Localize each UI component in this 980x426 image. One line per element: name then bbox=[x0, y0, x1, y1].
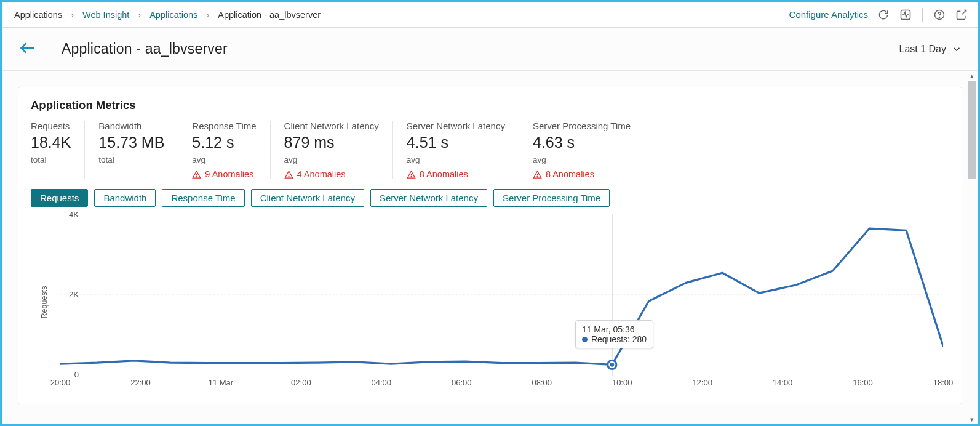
warning-icon bbox=[192, 170, 201, 179]
vertical-scrollbar[interactable]: ▴ ▾ bbox=[967, 71, 977, 424]
x-ticks: 20:0022:0011 Mar02:0004:0006:0008:0010:0… bbox=[60, 378, 943, 390]
metric-server-processing-time: Server Processing Time 4.63 s avg 8 Anom… bbox=[519, 121, 644, 179]
metrics-card: Application Metrics Requests 18.4K total… bbox=[18, 87, 962, 404]
metric-anomaly[interactable]: 8 Anomalies bbox=[533, 169, 631, 179]
svg-point-6 bbox=[537, 176, 538, 177]
x-tick: 22:00 bbox=[130, 378, 151, 387]
crumb-2[interactable]: Applications bbox=[149, 10, 197, 20]
metric-value: 18.4K bbox=[31, 134, 71, 151]
time-range-select[interactable]: Last 1 Day bbox=[899, 44, 962, 55]
warning-icon bbox=[533, 170, 542, 179]
chart-canvas[interactable] bbox=[60, 214, 943, 376]
chart-tabs: RequestsBandwidthResponse TimeClient Net… bbox=[31, 189, 949, 207]
metric-sub: total bbox=[98, 155, 164, 164]
x-tick: 08:00 bbox=[532, 378, 552, 387]
back-button[interactable] bbox=[18, 39, 36, 59]
tab-bandwidth[interactable]: Bandwidth bbox=[94, 189, 156, 207]
metric-label: Server Network Latency bbox=[407, 121, 505, 131]
metrics-row: Requests 18.4K total Bandwidth 15.73 MB … bbox=[31, 121, 949, 179]
breadcrumbs: Applications › Web Insight › Application… bbox=[14, 10, 321, 20]
x-tick: 02:00 bbox=[291, 378, 311, 387]
metric-label: Client Network Latency bbox=[284, 121, 379, 131]
tab-response-time[interactable]: Response Time bbox=[162, 189, 244, 207]
chart: Requests 02K4K 20:0022:0011 Mar02:0004:0… bbox=[31, 214, 949, 390]
scroll-up-icon[interactable]: ▴ bbox=[967, 71, 977, 81]
scroll-track[interactable] bbox=[967, 81, 977, 414]
x-tick: 18:00 bbox=[933, 378, 954, 387]
x-tick: 11 Mar bbox=[209, 378, 233, 387]
warning-icon bbox=[284, 170, 293, 179]
metric-response-time: Response Time 5.12 s avg 9 Anomalies bbox=[178, 121, 270, 179]
svg-point-4 bbox=[288, 176, 289, 177]
chart-tooltip: 11 Mar, 05:36 Requests: 280 bbox=[575, 320, 653, 348]
chevron-down-icon bbox=[951, 44, 962, 55]
x-tick: 14:00 bbox=[773, 378, 793, 387]
scroll-down-icon[interactable]: ▾ bbox=[967, 414, 977, 424]
metric-value: 5.12 s bbox=[192, 134, 256, 151]
tooltip-time: 11 Mar, 05:36 bbox=[582, 324, 647, 334]
metric-sub: total bbox=[31, 155, 71, 164]
card-title: Application Metrics bbox=[31, 98, 949, 112]
divider bbox=[922, 8, 923, 22]
warning-icon bbox=[407, 170, 416, 179]
metric-sub: avg bbox=[407, 155, 505, 164]
title-row: Application - aa_lbvserver Last 1 Day bbox=[2, 28, 978, 71]
metric-value: 879 ms bbox=[284, 134, 379, 151]
metric-anomaly[interactable]: 9 Anomalies bbox=[192, 169, 256, 179]
open-external-icon[interactable] bbox=[955, 8, 968, 22]
metric-label: Server Processing Time bbox=[533, 121, 631, 131]
tab-requests[interactable]: Requests bbox=[31, 189, 88, 207]
metric-label: Requests bbox=[31, 121, 71, 131]
tab-client-network-latency[interactable]: Client Network Latency bbox=[251, 189, 364, 207]
metric-sub: avg bbox=[533, 155, 631, 164]
metric-anomaly[interactable]: 8 Anomalies bbox=[407, 169, 505, 179]
metric-client-network-latency: Client Network Latency 879 ms avg 4 Anom… bbox=[271, 121, 393, 179]
activity-icon[interactable] bbox=[899, 8, 912, 22]
x-tick: 20:00 bbox=[50, 378, 71, 387]
chevron-right-icon: › bbox=[138, 10, 141, 20]
panel-area: Application Metrics Requests 18.4K total… bbox=[2, 71, 978, 424]
help-icon[interactable] bbox=[933, 8, 946, 22]
chevron-right-icon: › bbox=[71, 10, 74, 20]
divider bbox=[49, 38, 49, 60]
top-bar-actions: Configure Analytics bbox=[789, 8, 968, 22]
metric-requests: Requests 18.4K total bbox=[31, 121, 85, 179]
refresh-icon[interactable] bbox=[877, 8, 890, 22]
metric-label: Response Time bbox=[192, 121, 256, 131]
crumb-3: Application - aa_lbvserver bbox=[218, 10, 321, 20]
configure-analytics-link[interactable]: Configure Analytics bbox=[789, 9, 868, 20]
svg-point-5 bbox=[411, 176, 412, 177]
tooltip-series: Requests: 280 bbox=[591, 334, 647, 344]
svg-point-3 bbox=[196, 176, 197, 177]
metric-bandwidth: Bandwidth 15.73 MB total bbox=[85, 121, 178, 179]
x-tick: 04:00 bbox=[372, 378, 392, 387]
time-range-label: Last 1 Day bbox=[899, 44, 946, 55]
x-tick: 06:00 bbox=[452, 378, 472, 387]
x-tick: 10:00 bbox=[612, 378, 632, 387]
x-tick: 16:00 bbox=[853, 378, 873, 387]
scroll-thumb[interactable] bbox=[968, 81, 976, 179]
svg-point-11 bbox=[610, 363, 614, 367]
page-title: Application - aa_lbvserver bbox=[62, 41, 228, 57]
breadcrumb-bar: Applications › Web Insight › Application… bbox=[2, 2, 978, 28]
crumb-1[interactable]: Web Insight bbox=[82, 10, 129, 20]
crumb-0[interactable]: Applications bbox=[14, 10, 62, 20]
tooltip-dot-icon bbox=[582, 337, 588, 342]
x-tick: 12:00 bbox=[692, 378, 712, 387]
metric-server-network-latency: Server Network Latency 4.51 s avg 8 Anom… bbox=[393, 121, 519, 179]
metric-label: Bandwidth bbox=[98, 121, 164, 131]
metric-sub: avg bbox=[284, 155, 379, 164]
metric-sub: avg bbox=[192, 155, 256, 164]
metric-value: 4.51 s bbox=[407, 134, 505, 151]
svg-point-2 bbox=[939, 17, 939, 17]
metric-value: 4.63 s bbox=[533, 134, 631, 151]
tab-server-network-latency[interactable]: Server Network Latency bbox=[370, 189, 487, 207]
chevron-right-icon: › bbox=[206, 10, 209, 20]
metric-anomaly[interactable]: 4 Anomalies bbox=[284, 169, 379, 179]
metric-value: 15.73 MB bbox=[98, 134, 164, 151]
tab-server-processing-time[interactable]: Server Processing Time bbox=[493, 189, 610, 207]
